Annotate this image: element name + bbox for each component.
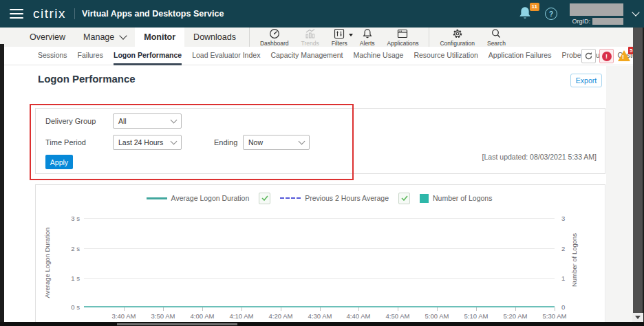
question-mark-icon: ? bbox=[549, 10, 553, 18]
nav-item-manage[interactable]: Manage bbox=[74, 28, 135, 47]
tab-resource-utilization[interactable]: Resource Utilization bbox=[414, 47, 477, 65]
nav-item-overview[interactable]: Overview bbox=[21, 28, 74, 47]
horizontal-scrollbar-thumb[interactable] bbox=[117, 323, 237, 325]
nav-label-manage: Manage bbox=[83, 32, 114, 42]
x-axis-label: 5:00 AM bbox=[416, 312, 458, 320]
help-button[interactable]: ? bbox=[545, 8, 557, 20]
manage-chevron-down-icon bbox=[120, 32, 127, 39]
avg-logon-duration-series-line bbox=[84, 306, 555, 308]
x-tickmark bbox=[437, 307, 438, 311]
legend-item-number-of-logons: Number of Logons bbox=[420, 194, 492, 203]
vertical-scrollbar[interactable] bbox=[633, 28, 643, 326]
trends-label: Trends bbox=[301, 40, 319, 47]
nav-tool-alerts[interactable]: Alerts bbox=[354, 28, 381, 47]
x-axis-label: 4:40 AM bbox=[338, 312, 379, 320]
account-chevron-down-icon[interactable] bbox=[632, 8, 639, 16]
legend-label: Average Logon Duration bbox=[171, 194, 250, 202]
select-chevron-down-icon bbox=[171, 116, 178, 123]
nav-label-downloads: Downloads bbox=[193, 32, 236, 42]
left-axis-tick: 3 s bbox=[52, 215, 80, 222]
left-axis-title: Average Logon Duration bbox=[43, 228, 51, 298]
nav-tool-configuration[interactable]: Configuration bbox=[433, 28, 481, 47]
tab-capacity-management[interactable]: Capacity Management bbox=[270, 47, 343, 65]
avg-logon-duration-checkbox[interactable] bbox=[259, 193, 270, 204]
product-title: Virtual Apps and Desktops Service bbox=[82, 9, 224, 19]
apply-label: Apply bbox=[50, 158, 68, 166]
configuration-label: Configuration bbox=[440, 40, 475, 47]
tab-sessions[interactable]: Sessions bbox=[38, 47, 67, 65]
x-tickmark bbox=[358, 307, 359, 311]
refresh-button[interactable] bbox=[581, 49, 596, 63]
x-axis-label: 4:10 AM bbox=[221, 312, 262, 320]
nav-divider-2 bbox=[429, 28, 429, 47]
right-gutter bbox=[606, 66, 633, 326]
top-bar: citrix Virtual Apps and Desktops Service… bbox=[0, 0, 644, 28]
filter-panel: Delivery Group All Time Period Last 24 H… bbox=[35, 108, 605, 174]
ending-select[interactable]: Now bbox=[243, 135, 310, 150]
left-axis-tick: 0 s bbox=[52, 303, 80, 311]
app-window: citrix Virtual Apps and Desktops Service… bbox=[0, 0, 644, 326]
select-chevron-down-icon bbox=[299, 138, 305, 144]
hamburger-menu-icon[interactable] bbox=[10, 9, 23, 19]
topbar-divider bbox=[74, 8, 75, 19]
x-axis-label: 5:20 AM bbox=[495, 312, 536, 320]
window-left-edge bbox=[0, 44, 4, 326]
x-tickmark bbox=[163, 307, 164, 311]
x-tickmark bbox=[320, 307, 321, 311]
delivery-group-label: Delivery Group bbox=[45, 117, 96, 125]
dashed-indigo-swatch bbox=[280, 197, 301, 199]
main-nav: Overview Manage Monitor Downloads Dashbo… bbox=[0, 28, 633, 47]
legend-item-previous-2-hours: Previous 2 Hours Average bbox=[280, 194, 389, 202]
applications-label: Applications bbox=[387, 40, 419, 47]
search-label: Search bbox=[487, 40, 506, 47]
page-title: Logon Performance bbox=[38, 73, 136, 85]
gridline-3 bbox=[84, 218, 555, 219]
tab-load-evaluator-index[interactable]: Load Evaluator Index bbox=[192, 47, 260, 65]
select-chevron-down-icon bbox=[171, 138, 178, 144]
x-tickmark bbox=[281, 307, 281, 311]
ending-value: Now bbox=[248, 138, 263, 146]
nav-tool-dashboard[interactable]: Dashboard bbox=[254, 28, 295, 47]
filters-caret-icon bbox=[349, 34, 353, 36]
redacted-org-id bbox=[592, 18, 623, 25]
apply-button[interactable]: Apply bbox=[45, 155, 73, 169]
citrix-logo: citrix bbox=[33, 6, 66, 21]
nav-tool-search[interactable]: Search bbox=[481, 28, 512, 47]
legend-label: Previous 2 Hours Average bbox=[305, 194, 389, 202]
time-period-select[interactable]: Last 24 Hours bbox=[113, 135, 182, 150]
notification-count-badge: 11 bbox=[530, 3, 539, 11]
export-button[interactable]: Export bbox=[570, 74, 602, 87]
trends-chart-icon bbox=[304, 28, 316, 39]
x-axis-label: 4:50 AM bbox=[377, 312, 418, 320]
redacted-account-name bbox=[570, 3, 623, 16]
nav-item-downloads[interactable]: Downloads bbox=[184, 28, 245, 47]
monitor-tab-bar: Sessions Failures Logon Performance Load… bbox=[4, 47, 633, 65]
scrollbar-down-arrow[interactable] bbox=[632, 313, 643, 322]
x-axis-label: 5:10 AM bbox=[455, 312, 497, 320]
nav-tool-filters[interactable]: Filters bbox=[325, 28, 354, 47]
left-axis-tick: 2 s bbox=[52, 245, 80, 252]
configuration-gear-icon bbox=[451, 28, 464, 39]
notifications-button[interactable]: 11 bbox=[517, 5, 535, 23]
right-axis-tick: 3 bbox=[561, 215, 578, 222]
applications-window-icon bbox=[396, 28, 409, 39]
filters-label: Filters bbox=[332, 40, 347, 47]
previous-2-hours-checkbox[interactable] bbox=[398, 193, 410, 204]
tab-logon-performance[interactable]: Logon Performance bbox=[114, 47, 182, 65]
filters-icon bbox=[333, 28, 345, 39]
error-alert-button[interactable]: ! bbox=[599, 49, 614, 63]
nav-tool-applications[interactable]: Applications bbox=[381, 28, 425, 47]
dashboard-gauge-icon bbox=[268, 28, 281, 39]
org-id-label: OrgID: bbox=[572, 18, 590, 25]
tab-machine-usage[interactable]: Machine Usage bbox=[353, 47, 403, 65]
chart-card bbox=[35, 184, 605, 326]
x-tickmark bbox=[124, 307, 125, 311]
x-tickmark bbox=[476, 307, 477, 311]
tab-failures[interactable]: Failures bbox=[78, 47, 103, 65]
warning-alert-button[interactable]: ! 5 bbox=[617, 49, 634, 63]
nav-item-monitor[interactable]: Monitor bbox=[135, 28, 184, 47]
delivery-group-select[interactable]: All bbox=[113, 113, 182, 129]
horizontal-scrollbar[interactable] bbox=[0, 322, 644, 326]
tab-application-failures[interactable]: Application Failures bbox=[489, 47, 552, 65]
alerts-bell-icon bbox=[361, 28, 374, 39]
